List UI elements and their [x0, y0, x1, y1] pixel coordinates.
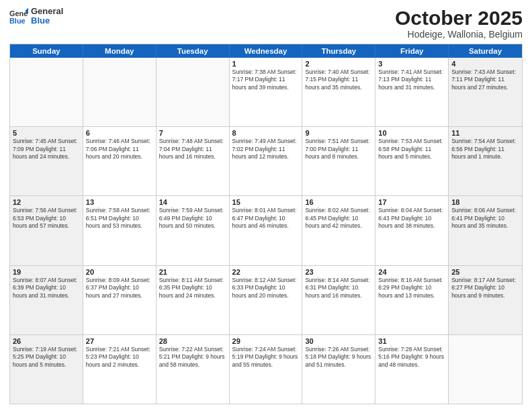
day-number: 11 — [451, 129, 519, 137]
cal-cell: 12Sunrise: 7:56 AM Sunset: 6:53 PM Dayli… — [10, 196, 83, 265]
cal-cell: 17Sunrise: 8:04 AM Sunset: 6:43 PM Dayli… — [375, 196, 449, 265]
cal-cell — [157, 58, 230, 126]
day-number: 14 — [159, 198, 226, 206]
cal-cell — [83, 58, 157, 126]
cal-cell: 28Sunrise: 7:22 AM Sunset: 5:21 PM Dayli… — [157, 335, 230, 404]
logo-blue: Blue — [31, 16, 63, 26]
day-number: 24 — [378, 268, 445, 276]
day-info: Sunrise: 7:45 AM Sunset: 7:09 PM Dayligh… — [13, 138, 80, 161]
cal-cell: 24Sunrise: 8:16 AM Sunset: 6:29 PM Dayli… — [375, 266, 449, 334]
day-number: 3 — [378, 60, 445, 68]
cal-cell: 11Sunrise: 7:54 AM Sunset: 6:56 PM Dayli… — [449, 127, 522, 195]
cal-cell: 2Sunrise: 7:40 AM Sunset: 7:15 PM Daylig… — [302, 58, 375, 126]
day-number: 28 — [159, 337, 226, 345]
cal-week-0: 1Sunrise: 7:38 AM Sunset: 7:17 PM Daylig… — [10, 58, 522, 127]
page-subtitle: Hodeige, Wallonia, Belgium — [395, 29, 523, 40]
day-info: Sunrise: 7:41 AM Sunset: 7:13 PM Dayligh… — [378, 68, 445, 91]
day-number: 26 — [13, 337, 80, 345]
cal-week-3: 19Sunrise: 8:07 AM Sunset: 6:39 PM Dayli… — [10, 266, 522, 335]
cal-cell: 7Sunrise: 7:48 AM Sunset: 7:04 PM Daylig… — [157, 127, 230, 195]
cal-cell: 16Sunrise: 8:02 AM Sunset: 6:45 PM Dayli… — [302, 196, 375, 265]
day-info: Sunrise: 7:40 AM Sunset: 7:15 PM Dayligh… — [305, 68, 372, 91]
day-info: Sunrise: 8:07 AM Sunset: 6:39 PM Dayligh… — [13, 277, 80, 300]
calendar: SundayMondayTuesdayWednesdayThursdayFrid… — [9, 44, 523, 404]
day-info: Sunrise: 8:02 AM Sunset: 6:45 PM Dayligh… — [305, 207, 372, 230]
logo-general: General — [31, 7, 63, 16]
day-info: Sunrise: 7:38 AM Sunset: 7:17 PM Dayligh… — [232, 68, 300, 91]
cal-cell: 1Sunrise: 7:38 AM Sunset: 7:17 PM Daylig… — [230, 58, 303, 126]
svg-text:Blue: Blue — [9, 17, 26, 25]
day-number: 27 — [86, 337, 153, 345]
cal-week-2: 12Sunrise: 7:56 AM Sunset: 6:53 PM Dayli… — [10, 196, 522, 265]
day-info: Sunrise: 7:56 AM Sunset: 6:53 PM Dayligh… — [13, 207, 80, 230]
day-info: Sunrise: 8:16 AM Sunset: 6:29 PM Dayligh… — [378, 277, 445, 300]
day-number: 1 — [232, 60, 300, 68]
day-info: Sunrise: 7:48 AM Sunset: 7:04 PM Dayligh… — [159, 138, 226, 161]
day-info: Sunrise: 7:26 AM Sunset: 5:18 PM Dayligh… — [305, 346, 372, 369]
cal-cell: 29Sunrise: 7:24 AM Sunset: 5:19 PM Dayli… — [230, 335, 303, 404]
page-title: October 2025 — [395, 7, 523, 29]
day-number: 23 — [305, 268, 372, 276]
cal-week-1: 5Sunrise: 7:45 AM Sunset: 7:09 PM Daylig… — [10, 127, 522, 196]
day-number: 21 — [159, 268, 226, 276]
day-number: 18 — [451, 198, 519, 206]
title-block: October 2025 Hodeige, Wallonia, Belgium — [395, 7, 523, 40]
header-day-thursday: Thursday — [302, 44, 375, 58]
day-info: Sunrise: 8:14 AM Sunset: 6:31 PM Dayligh… — [305, 277, 372, 300]
header-day-saturday: Saturday — [449, 44, 522, 58]
cal-cell: 18Sunrise: 8:06 AM Sunset: 6:41 PM Dayli… — [449, 196, 522, 265]
header-day-monday: Monday — [83, 44, 157, 58]
day-number: 25 — [451, 268, 519, 276]
cal-cell: 4Sunrise: 7:43 AM Sunset: 7:11 PM Daylig… — [449, 58, 522, 126]
day-number: 5 — [13, 129, 80, 137]
day-number: 29 — [232, 337, 300, 345]
cal-cell — [449, 335, 522, 404]
cal-cell: 25Sunrise: 8:17 AM Sunset: 6:27 PM Dayli… — [449, 266, 522, 334]
day-info: Sunrise: 7:24 AM Sunset: 5:19 PM Dayligh… — [232, 346, 300, 369]
cal-cell: 5Sunrise: 7:45 AM Sunset: 7:09 PM Daylig… — [10, 127, 83, 195]
calendar-body: 1Sunrise: 7:38 AM Sunset: 7:17 PM Daylig… — [10, 58, 522, 404]
header-day-friday: Friday — [375, 44, 449, 58]
day-info: Sunrise: 7:19 AM Sunset: 5:25 PM Dayligh… — [13, 346, 80, 369]
cal-cell: 9Sunrise: 7:51 AM Sunset: 7:00 PM Daylig… — [302, 127, 375, 195]
day-number: 19 — [13, 268, 80, 276]
day-info: Sunrise: 7:53 AM Sunset: 6:58 PM Dayligh… — [378, 138, 445, 161]
day-info: Sunrise: 7:49 AM Sunset: 7:02 PM Dayligh… — [232, 138, 300, 161]
day-info: Sunrise: 7:43 AM Sunset: 7:11 PM Dayligh… — [451, 68, 519, 91]
cal-cell: 30Sunrise: 7:26 AM Sunset: 5:18 PM Dayli… — [302, 335, 375, 404]
day-info: Sunrise: 8:06 AM Sunset: 6:41 PM Dayligh… — [451, 207, 519, 230]
day-info: Sunrise: 7:59 AM Sunset: 6:49 PM Dayligh… — [159, 207, 226, 230]
cal-cell: 6Sunrise: 7:46 AM Sunset: 7:06 PM Daylig… — [83, 127, 157, 195]
header-day-wednesday: Wednesday — [230, 44, 303, 58]
day-number: 9 — [305, 129, 372, 137]
header: General Blue General Blue October 2025 H… — [9, 7, 523, 40]
day-number: 15 — [232, 198, 300, 206]
cal-cell: 26Sunrise: 7:19 AM Sunset: 5:25 PM Dayli… — [10, 335, 83, 404]
cal-cell: 14Sunrise: 7:59 AM Sunset: 6:49 PM Dayli… — [157, 196, 230, 265]
cal-cell — [10, 58, 83, 126]
cal-cell: 20Sunrise: 8:09 AM Sunset: 6:37 PM Dayli… — [83, 266, 157, 334]
day-info: Sunrise: 7:46 AM Sunset: 7:06 PM Dayligh… — [86, 138, 153, 161]
day-number: 16 — [305, 198, 372, 206]
day-number: 20 — [86, 268, 153, 276]
cal-cell: 15Sunrise: 8:01 AM Sunset: 6:47 PM Dayli… — [230, 196, 303, 265]
day-number: 17 — [378, 198, 445, 206]
day-number: 7 — [159, 129, 226, 137]
day-info: Sunrise: 7:54 AM Sunset: 6:56 PM Dayligh… — [451, 138, 519, 161]
page: General Blue General Blue October 2025 H… — [0, 0, 532, 411]
calendar-header: SundayMondayTuesdayWednesdayThursdayFrid… — [10, 44, 522, 58]
day-info: Sunrise: 7:28 AM Sunset: 5:16 PM Dayligh… — [378, 346, 445, 369]
day-info: Sunrise: 8:04 AM Sunset: 6:43 PM Dayligh… — [378, 207, 445, 230]
day-info: Sunrise: 8:17 AM Sunset: 6:27 PM Dayligh… — [451, 277, 519, 300]
day-number: 22 — [232, 268, 300, 276]
cal-cell: 13Sunrise: 7:58 AM Sunset: 6:51 PM Dayli… — [83, 196, 157, 265]
day-number: 13 — [86, 198, 153, 206]
cal-cell: 10Sunrise: 7:53 AM Sunset: 6:58 PM Dayli… — [375, 127, 449, 195]
day-number: 10 — [378, 129, 445, 137]
day-number: 30 — [305, 337, 372, 345]
cal-cell: 22Sunrise: 8:12 AM Sunset: 6:33 PM Dayli… — [230, 266, 303, 334]
cal-cell: 8Sunrise: 7:49 AM Sunset: 7:02 PM Daylig… — [230, 127, 303, 195]
cal-cell: 21Sunrise: 8:11 AM Sunset: 6:35 PM Dayli… — [157, 266, 230, 334]
day-info: Sunrise: 8:09 AM Sunset: 6:37 PM Dayligh… — [86, 277, 153, 300]
header-day-tuesday: Tuesday — [157, 44, 230, 58]
